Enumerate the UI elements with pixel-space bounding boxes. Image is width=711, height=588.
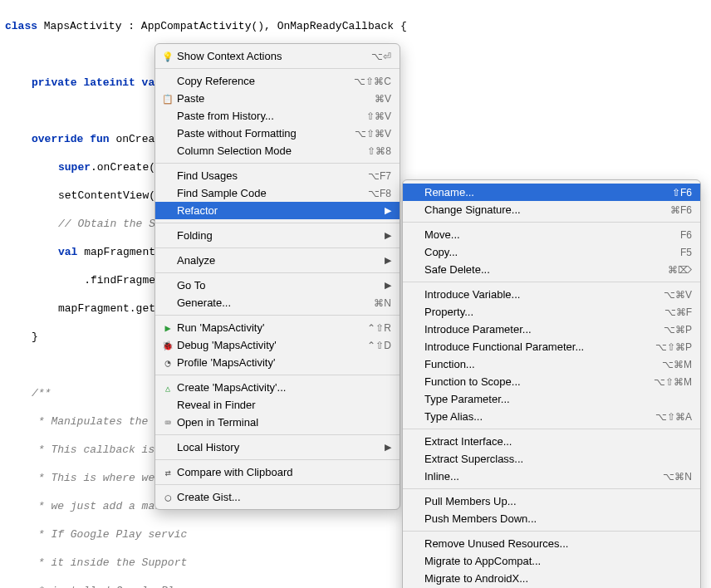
shortcut-label: ⌘V [360, 93, 391, 105]
menu_main-run-mapsactivity[interactable]: Run 'MapsActivity'⌃⇧R [155, 319, 400, 336]
shortcut-label: ⌥⌘F [650, 306, 692, 318]
menu_main-copy-reference[interactable]: Copy Reference⌥⇧⌘C [155, 72, 400, 90]
menu-item-label: Introduce Variable... [423, 288, 649, 301]
menu-item-label: Paste without Formatting [175, 127, 340, 140]
menu_main-folding[interactable]: Folding▶ [155, 227, 400, 244]
menu_sub-separator [403, 531, 700, 532]
menu-item-label: Reveal in Finder [175, 399, 391, 411]
term-icon [160, 417, 175, 429]
paste-icon [160, 93, 175, 105]
submenu-arrow-icon: ▶ [370, 230, 391, 241]
shortcut-label: ⇧F6 [657, 187, 692, 198]
menu_sub-function[interactable]: Function...⌥⌘M [403, 355, 700, 373]
menu-item-label: Create Gist... [175, 491, 391, 503]
menu_sub-move[interactable]: Move...F6 [403, 226, 700, 243]
menu-item-label: Show Context Actions [175, 50, 356, 62]
menu_sub-separator [403, 282, 700, 282]
menu_main-separator [155, 247, 400, 248]
menu_sub-separator [403, 488, 700, 489]
menu_main-paste-from-history[interactable]: Paste from History...⇧⌘V [155, 107, 400, 125]
menu-item-label: Find Usages [175, 169, 353, 182]
menu_sub-pull-members-up[interactable]: Pull Members Up... [403, 492, 700, 510]
gh-icon [160, 492, 175, 503]
menu-item-label: Function... [423, 358, 647, 370]
menu-item-label: Safe Delete... [423, 263, 653, 276]
menu_main-go-to[interactable]: Go To▶ [155, 277, 400, 294]
menu_sub-change-signature[interactable]: Change Signature...⌘F6 [403, 201, 700, 218]
bug-icon [160, 340, 175, 351]
menu_sub-function-to-scope[interactable]: Function to Scope...⌥⇧⌘M [403, 373, 700, 390]
menu_sub-type-alias[interactable]: Type Alias...⌥⇧⌘A [403, 408, 700, 425]
menu_main-separator [155, 163, 400, 164]
menu_main-refactor[interactable]: Refactor▶ [155, 202, 400, 219]
menu_main-separator [155, 375, 400, 375]
menu_sub-remove-unused-resources[interactable]: Remove Unused Resources... [403, 535, 700, 552]
shortcut-label: ⌃⇧R [352, 322, 391, 334]
menu_sub-introduce-functional-parameter[interactable]: Introduce Functional Parameter...⌥⇧⌘P [403, 338, 700, 355]
menu_main-profile-mapsactivity[interactable]: Profile 'MapsActivity' [155, 354, 400, 371]
menu_main-find-sample-code[interactable]: Find Sample Code⌥F8 [155, 184, 400, 202]
shortcut-label: ⌘⌦ [653, 264, 692, 276]
menu_sub-separator [403, 429, 700, 429]
menu_main-open-in-terminal[interactable]: Open in Terminal [155, 414, 400, 431]
menu_main-paste[interactable]: Paste⌘V [155, 90, 400, 107]
menu-item-label: Migrate to AndroidX... [423, 572, 692, 585]
menu_sub-migrate-to-appcompat[interactable]: Migrate to AppCompat... [403, 552, 700, 570]
menu-item-label: Local History [175, 441, 370, 453]
shortcut-label: ⌥⌘N [648, 471, 692, 483]
menu_sub-push-members-down[interactable]: Push Members Down... [403, 510, 700, 527]
menu_sub-rename[interactable]: Rename...⇧F6 [403, 184, 700, 201]
menu_sub-introduce-variable[interactable]: Introduce Variable...⌥⌘V [403, 286, 700, 303]
shortcut-label: ⌥⌘M [647, 359, 692, 370]
menu_main-find-usages[interactable]: Find Usages⌥F7 [155, 167, 400, 184]
menu-item-label: Compare with Clipboard [175, 466, 391, 478]
shortcut-label: ⌥⇧⌘C [339, 76, 391, 87]
menu-item-label: Paste from History... [175, 110, 351, 122]
menu_sub-introduce-parameter[interactable]: Introduce Parameter...⌥⌘P [403, 321, 700, 338]
menu-item-label: Inline... [423, 470, 648, 483]
shortcut-label: ⌘N [359, 297, 391, 309]
menu_main-paste-without-formatting[interactable]: Paste without Formatting⌥⇧⌘V [155, 125, 400, 142]
menu_sub-property[interactable]: Property...⌥⌘F [403, 303, 700, 321]
menu_main-show-context-actions[interactable]: Show Context Actions⌥⏎ [155, 47, 400, 65]
menu_main-generate[interactable]: Generate...⌘N [155, 294, 400, 311]
menu-item-label: Paste [175, 92, 360, 105]
menu-item-label: Analyze [175, 254, 370, 267]
shortcut-label: ⌥⏎ [356, 51, 391, 62]
menu-item-label: Copy Reference [175, 75, 339, 87]
menu-item-label: Debug 'MapsActivity' [175, 339, 352, 351]
shortcut-label: ⌥⇧⌘M [639, 376, 692, 388]
menu-item-label: Column Selection Mode [175, 145, 352, 157]
menu_sub-extract-superclass[interactable]: Extract Superclass... [403, 450, 700, 468]
menu_main-analyze[interactable]: Analyze▶ [155, 252, 400, 269]
menu_main-create-mapsactivity[interactable]: Create 'MapsActivity'... [155, 379, 400, 396]
context-menu[interactable]: Show Context Actions⌥⏎Copy Reference⌥⇧⌘C… [154, 43, 400, 510]
menu-item-label: Copy... [423, 246, 665, 258]
menu-item-label: Generate... [175, 296, 359, 309]
menu_main-separator [155, 68, 400, 69]
menu_sub-type-parameter[interactable]: Type Parameter... [403, 390, 700, 408]
menu_main-column-selection-mode[interactable]: Column Selection Mode⇧⌘8 [155, 142, 400, 159]
bulb-icon [160, 51, 175, 62]
refactor-submenu[interactable]: Rename...⇧F6Change Signature...⌘F6Move..… [402, 179, 701, 588]
menu-item-label: Introduce Functional Parameter... [423, 341, 640, 353]
menu_main-compare-with-clipboard[interactable]: Compare with Clipboard [155, 463, 400, 481]
submenu-arrow-icon: ▶ [370, 255, 391, 266]
shortcut-label: ⌥F7 [353, 170, 391, 182]
menu_sub-copy[interactable]: Copy...F5 [403, 243, 700, 261]
menu-item-label: Profile 'MapsActivity' [175, 356, 391, 369]
submenu-arrow-icon: ▶ [370, 205, 391, 216]
menu_sub-migrate-to-androidx[interactable]: Migrate to AndroidX... [403, 570, 700, 587]
menu_sub-extract-interface[interactable]: Extract Interface... [403, 433, 700, 450]
menu-item-label: Open in Terminal [175, 416, 391, 429]
menu_sub-safe-delete[interactable]: Safe Delete...⌘⌦ [403, 261, 700, 278]
shortcut-label: ⌥F8 [353, 188, 391, 199]
menu_main-debug-mapsactivity[interactable]: Debug 'MapsActivity'⌃⇧D [155, 336, 400, 354]
menu_main-create-gist[interactable]: Create Gist... [155, 488, 400, 506]
menu-item-label: Folding [175, 229, 370, 242]
menu_main-local-history[interactable]: Local History▶ [155, 439, 400, 456]
menu_main-reveal-in-finder[interactable]: Reveal in Finder [155, 396, 400, 414]
menu-item-label: Remove Unused Resources... [423, 537, 692, 550]
menu-item-label: Refactor [175, 204, 370, 217]
menu_sub-inline[interactable]: Inline...⌥⌘N [403, 468, 700, 485]
